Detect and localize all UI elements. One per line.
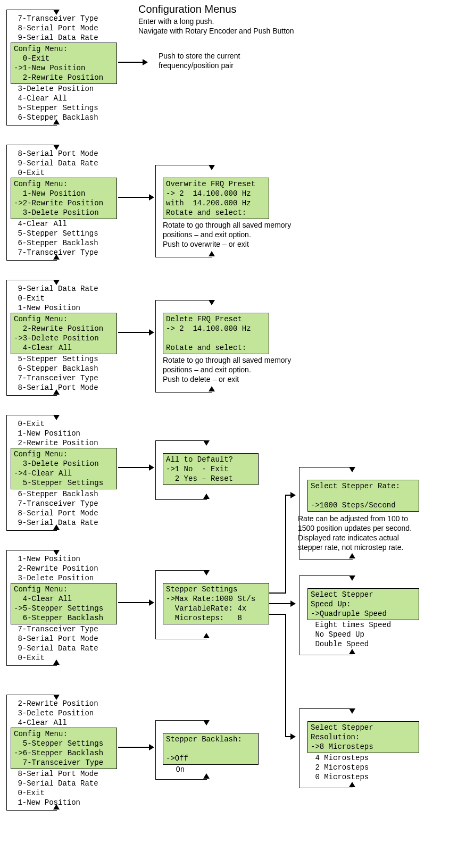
note-delete: Rotate to go through all saved memory po… xyxy=(163,355,301,384)
sub-backlash-below: On xyxy=(171,765,185,774)
flowchart-diagram: Configuration Menus Enter with a long pu… xyxy=(0,0,466,868)
menu4-below: 6-Stepper Backlash 7-Transceiver Type 8-… xyxy=(13,489,98,528)
note-rewrite: Rotate to go through all saved memory po… xyxy=(163,220,301,249)
menu2-above: 8-Serial Port Mode 9-Serial Data Rate 0-… xyxy=(13,149,98,178)
sub-microsteps-below: 4 Microsteps 2 Microsteps 0 Microsteps xyxy=(311,753,369,782)
menu3-green: Config Menu: 2-Rewrite Position ->3-Dele… xyxy=(11,313,117,354)
menu4-above: 0-Exit 1-New Position 2-Rewrite Position xyxy=(13,419,98,448)
sub-stepper-green: Stepper Settings ->Max Rate:1000 St/s Va… xyxy=(163,583,269,624)
menu6-green: Config Menu: 5-Stepper Settings ->6-Step… xyxy=(11,728,117,769)
menu1-below: 3-Delete Position 4-Clear All 5-Stepper … xyxy=(13,84,98,122)
menu5-above: 1-New Position 2-Rewrite Position 3-Dele… xyxy=(13,554,98,583)
menu2-green: Config Menu: 1-New Position ->2-Rewrite … xyxy=(11,178,117,219)
sub-clear-green: All to Default? ->1 No - Exit 2 Yes – Re… xyxy=(163,453,259,485)
sub-backlash-green: Stepper Backlash: ->Off xyxy=(163,733,259,765)
page-title: Configuration Menus xyxy=(138,3,237,15)
sub-rate-green: Select Stepper Rate: ->1000 Steps/Second xyxy=(307,480,419,512)
note-rate: Rate can be adjusted from 100 to 1500 po… xyxy=(298,514,452,552)
menu5-below: 7-Transceiver Type 8-Serial Port Mode 9-… xyxy=(13,624,98,663)
sub-speed-below: Eight times Speed No Speed Up Double Spe… xyxy=(311,620,391,649)
menu3-below: 5-Stepper Settings 6-Stepper Backlash 7-… xyxy=(13,354,98,393)
page-subtitle-1: Enter with a long push. xyxy=(138,17,214,26)
menu6-below: 8-Serial Port Mode 9-Serial Data Rate 0-… xyxy=(13,769,98,807)
menu1-above: 7-Transceiver Type 8-Serial Port Mode 9-… xyxy=(13,14,98,43)
sub-rewrite-green: Overwrite FRQ Preset -> 2 14.100.000 Hz … xyxy=(163,178,269,219)
page-subtitle-2: Navigate with Rotary Encoder and Push Bu… xyxy=(138,27,294,35)
menu6-above: 2-Rewrite Position 3-Delete Position 4-C… xyxy=(13,699,98,728)
note-new-position: Push to store the current frequency/posi… xyxy=(159,51,281,70)
menu3-above: 9-Serial Data Rate 0-Exit 1-New Position xyxy=(13,284,98,313)
sub-speed-green: Select Stepper Speed Up: ->Quadruple Spe… xyxy=(307,588,419,620)
menu1-green: Config Menu: 0-Exit ->1-New Position 2-R… xyxy=(11,43,117,84)
menu5-green: Config Menu: 4-Clear All ->5-Stepper Set… xyxy=(11,583,117,624)
menu2-below: 4-Clear All 5-Stepper Settings 6-Stepper… xyxy=(13,219,98,257)
sub-microsteps-green: Select Stepper Resolution: ->8 Microstep… xyxy=(307,721,419,753)
sub-delete-green: Delete FRQ Preset -> 2 14.100.000 Hz Rot… xyxy=(163,313,269,354)
menu4-green: Config Menu: 3-Delete Position ->4-Clear… xyxy=(11,448,117,489)
